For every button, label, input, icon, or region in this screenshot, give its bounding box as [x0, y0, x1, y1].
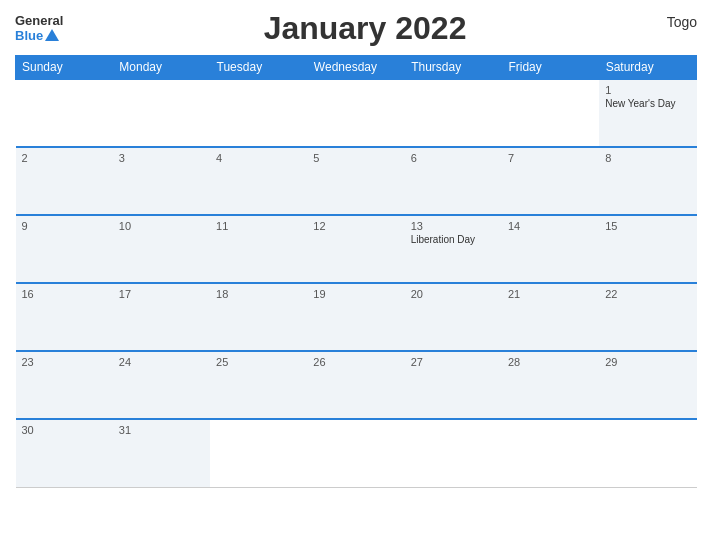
calendar-cell: 27	[405, 351, 502, 419]
calendar-cell	[113, 79, 210, 147]
day-number: 4	[216, 152, 301, 164]
calendar-cell: 10	[113, 215, 210, 283]
logo: General Blue	[15, 14, 63, 43]
holiday-name: Liberation Day	[411, 234, 496, 245]
calendar-title: January 2022	[63, 10, 666, 47]
weekday-header-thursday: Thursday	[405, 56, 502, 80]
calendar-cell	[502, 79, 599, 147]
calendar-week-3: 16171819202122	[16, 283, 697, 351]
calendar-cell	[405, 419, 502, 487]
day-number: 12	[313, 220, 398, 232]
calendar-cell: 22	[599, 283, 696, 351]
calendar-cell: 17	[113, 283, 210, 351]
day-number: 18	[216, 288, 301, 300]
calendar-cell	[307, 79, 404, 147]
day-number: 21	[508, 288, 593, 300]
calendar-table: SundayMondayTuesdayWednesdayThursdayFrid…	[15, 55, 697, 488]
day-number: 26	[313, 356, 398, 368]
calendar-cell: 6	[405, 147, 502, 215]
country-label: Togo	[667, 10, 697, 30]
weekday-header-tuesday: Tuesday	[210, 56, 307, 80]
calendar-cell: 30	[16, 419, 113, 487]
calendar-week-4: 23242526272829	[16, 351, 697, 419]
calendar-cell	[405, 79, 502, 147]
calendar-week-5: 3031	[16, 419, 697, 487]
calendar-cell: 3	[113, 147, 210, 215]
holiday-name: New Year's Day	[605, 98, 690, 109]
calendar-cell: 11	[210, 215, 307, 283]
day-number: 16	[22, 288, 107, 300]
calendar-cell: 18	[210, 283, 307, 351]
day-number: 15	[605, 220, 690, 232]
calendar-page: General Blue January 2022 Togo SundayMon…	[0, 0, 712, 550]
calendar-cell: 13Liberation Day	[405, 215, 502, 283]
day-number: 8	[605, 152, 690, 164]
weekday-header-sunday: Sunday	[16, 56, 113, 80]
calendar-cell: 28	[502, 351, 599, 419]
calendar-week-2: 910111213Liberation Day1415	[16, 215, 697, 283]
calendar-cell: 25	[210, 351, 307, 419]
calendar-cell: 21	[502, 283, 599, 351]
calendar-cell: 7	[502, 147, 599, 215]
calendar-cell: 20	[405, 283, 502, 351]
weekday-header-friday: Friday	[502, 56, 599, 80]
calendar-cell: 14	[502, 215, 599, 283]
day-number: 10	[119, 220, 204, 232]
day-number: 2	[22, 152, 107, 164]
day-number: 9	[22, 220, 107, 232]
day-number: 17	[119, 288, 204, 300]
calendar-cell: 4	[210, 147, 307, 215]
calendar-cell: 23	[16, 351, 113, 419]
calendar-cell: 24	[113, 351, 210, 419]
day-number: 29	[605, 356, 690, 368]
day-number: 25	[216, 356, 301, 368]
day-number: 23	[22, 356, 107, 368]
day-number: 30	[22, 424, 107, 436]
calendar-cell	[16, 79, 113, 147]
day-number: 20	[411, 288, 496, 300]
calendar-cell	[210, 419, 307, 487]
calendar-cell: 8	[599, 147, 696, 215]
calendar-cell: 1New Year's Day	[599, 79, 696, 147]
day-number: 27	[411, 356, 496, 368]
calendar-cell: 16	[16, 283, 113, 351]
day-number: 19	[313, 288, 398, 300]
weekday-header-wednesday: Wednesday	[307, 56, 404, 80]
calendar-cell: 12	[307, 215, 404, 283]
logo-blue-text: Blue	[15, 29, 43, 43]
weekday-header-saturday: Saturday	[599, 56, 696, 80]
calendar-week-1: 2345678	[16, 147, 697, 215]
calendar-cell: 15	[599, 215, 696, 283]
weekday-header-row: SundayMondayTuesdayWednesdayThursdayFrid…	[16, 56, 697, 80]
day-number: 14	[508, 220, 593, 232]
calendar-cell: 9	[16, 215, 113, 283]
calendar-cell	[502, 419, 599, 487]
logo-general-text: General	[15, 14, 63, 28]
day-number: 13	[411, 220, 496, 232]
calendar-cell	[599, 419, 696, 487]
calendar-cell	[210, 79, 307, 147]
day-number: 7	[508, 152, 593, 164]
logo-blue-container: Blue	[15, 29, 63, 43]
calendar-cell	[307, 419, 404, 487]
day-number: 1	[605, 84, 690, 96]
calendar-cell: 5	[307, 147, 404, 215]
day-number: 28	[508, 356, 593, 368]
calendar-cell: 19	[307, 283, 404, 351]
calendar-cell: 26	[307, 351, 404, 419]
day-number: 11	[216, 220, 301, 232]
weekday-header-monday: Monday	[113, 56, 210, 80]
calendar-cell: 2	[16, 147, 113, 215]
day-number: 22	[605, 288, 690, 300]
calendar-cell: 29	[599, 351, 696, 419]
logo-triangle-icon	[45, 29, 59, 41]
day-number: 24	[119, 356, 204, 368]
day-number: 5	[313, 152, 398, 164]
calendar-cell: 31	[113, 419, 210, 487]
day-number: 31	[119, 424, 204, 436]
header: General Blue January 2022 Togo	[15, 10, 697, 47]
calendar-week-0: 1New Year's Day	[16, 79, 697, 147]
day-number: 6	[411, 152, 496, 164]
day-number: 3	[119, 152, 204, 164]
